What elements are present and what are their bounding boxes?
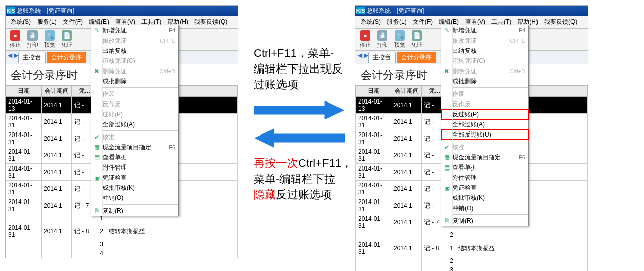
menu-separator xyxy=(102,87,178,88)
menu-item-label: 复制(R) xyxy=(452,217,525,225)
menu-item[interactable]: 附件管理 xyxy=(91,162,178,173)
menu-item-icon: ✎ xyxy=(91,27,102,34)
app-logo-icon: KIS xyxy=(7,7,15,14)
table-row[interactable]: 2014-01-312014.1记 - 82结转本期损益 xyxy=(6,223,238,240)
table-row[interactable]: 2 xyxy=(356,256,588,265)
menu-file[interactable]: 文件(F) xyxy=(60,17,86,27)
tab-main[interactable]: 主控台 xyxy=(18,52,46,63)
menu-item-icon: ▤ xyxy=(441,164,452,171)
toolbar-preview[interactable]: 🔍预览 xyxy=(391,30,408,49)
toolbar-stop[interactable]: ●停止 xyxy=(356,30,374,49)
menu-service[interactable]: 服务(L) xyxy=(384,17,410,27)
th-period[interactable]: 会计期间 xyxy=(391,86,422,97)
menu-system[interactable]: 系统(S) xyxy=(8,17,34,27)
menu-item[interactable]: 冲销(O) xyxy=(91,193,178,203)
menu-item-shortcut: Ctrl+E xyxy=(160,38,175,44)
table-row[interactable]: 2 xyxy=(356,230,588,240)
toolbar-print[interactable]: 🖶打印 xyxy=(24,30,41,49)
menu-system[interactable]: 系统(S) xyxy=(357,17,384,27)
menu-item[interactable]: 冲销(O) xyxy=(441,203,528,213)
menu-item[interactable]: 全部反过账(U) xyxy=(441,129,528,140)
menu-item-label: 查看单据 xyxy=(452,163,525,172)
table-row[interactable]: 2014-01-312014.1记 - 81结转本期损益 xyxy=(356,240,588,257)
menu-item[interactable]: ✎新增凭证F4 xyxy=(441,25,528,36)
menu-item-label: 全部反过账(U) xyxy=(452,130,525,139)
menu-item[interactable]: 成批删除 xyxy=(91,76,178,86)
menu-item[interactable]: ▤查看单据 xyxy=(91,152,178,162)
tab-accounting[interactable]: 会计分录序 xyxy=(397,52,436,63)
menu-item: 反作废 xyxy=(91,99,178,109)
menu-item[interactable]: 成批审核(K) xyxy=(91,183,178,193)
menu-item-label: 出纳复核 xyxy=(452,47,525,55)
edit-menu-dropdown[interactable]: ✎新增凭证F4修改凭证Ctrl+E出纳复核审核凭证(C)✖删除凭证Ctrl+D成… xyxy=(91,25,179,216)
th-period[interactable]: 会计期间 xyxy=(42,86,72,97)
menu-item-icon: ▦ xyxy=(91,144,102,151)
table-row[interactable]: 3 xyxy=(356,265,588,271)
menu-item[interactable]: 全部过账(A) xyxy=(91,119,178,129)
menu-item[interactable]: ▣凭证检查 xyxy=(91,173,178,183)
th-date[interactable]: 日期 xyxy=(6,86,42,97)
menu-item-icon: ▣ xyxy=(91,174,102,181)
menu-item-icon: ▦ xyxy=(441,154,452,161)
menu-item[interactable]: ⎘复制(R) xyxy=(441,216,528,226)
menu-item[interactable]: 成批删除 xyxy=(441,76,528,86)
menu-item[interactable]: 出纳复核 xyxy=(441,46,528,56)
menu-item-icon: ⎘ xyxy=(441,217,452,224)
toolbar-preview[interactable]: 🔍预览 xyxy=(41,30,58,49)
menu-item[interactable]: ✎新增凭证F4 xyxy=(91,25,178,36)
menu-item-icon: ✎ xyxy=(441,27,452,34)
menu-item-label: 核准 xyxy=(452,143,525,152)
table-row[interactable]: 4 xyxy=(6,249,238,258)
menu-item[interactable]: ⎘复制(R) xyxy=(91,206,178,216)
app-window-right: KIS 总账系统 - [凭证查询] 系统(S) 服务(L) 文件(F) 编辑(E… xyxy=(355,5,588,271)
menu-item[interactable]: ▣凭证检查 xyxy=(441,183,528,193)
menu-item-label: 删除凭证 xyxy=(452,67,510,76)
menu-item-label: 复制(R) xyxy=(102,207,175,215)
tab-main[interactable]: 主控台 xyxy=(368,52,396,63)
menu-file[interactable]: 文件(F) xyxy=(410,17,436,27)
menu-item-label: 现金流量项目指定 xyxy=(102,143,169,152)
tab-accounting[interactable]: 会计分录序 xyxy=(47,52,86,63)
menu-item-icon: ▣ xyxy=(441,184,452,191)
menu-item-label: 作废 xyxy=(452,90,525,98)
menu-item: ✔核准 xyxy=(91,132,178,142)
menu-item[interactable]: ▦现金流量项目指定F6 xyxy=(91,142,178,152)
toolbar-voucher[interactable]: 📄凭证 xyxy=(408,30,425,49)
menu-item[interactable]: 反过账(P) xyxy=(441,109,528,119)
menu-item[interactable]: 成批审核(K) xyxy=(441,193,528,203)
menu-item-label: 审核凭证(C) xyxy=(452,57,525,65)
menu-item-label: 成批删除 xyxy=(102,77,175,86)
menu-item-label: 删除凭证 xyxy=(102,67,160,76)
table-row[interactable]: 3 xyxy=(6,240,238,249)
menu-item[interactable]: 全部过账(A) xyxy=(441,119,528,129)
toolbar-print[interactable]: 🖶打印 xyxy=(374,30,391,49)
menu-feedback[interactable]: 我要反馈(Q) xyxy=(541,17,580,27)
menu-item: 作废 xyxy=(441,89,528,99)
menu-item-icon: ▤ xyxy=(91,154,102,161)
menu-item[interactable]: ▤查看单据 xyxy=(441,162,528,173)
menu-item-icon: ✖ xyxy=(441,67,452,75)
menu-item-shortcut: F6 xyxy=(519,154,525,160)
toolbar-stop[interactable]: ●停止 xyxy=(7,30,24,49)
menu-item[interactable]: 附件管理 xyxy=(441,173,528,183)
menu-service[interactable]: 服务(L) xyxy=(34,17,60,27)
menu-item-label: 反作废 xyxy=(452,100,525,109)
menu-item-icon: ✔ xyxy=(91,133,102,141)
menu-item-label: 查看单据 xyxy=(102,153,175,162)
menu-item[interactable]: ▦现金流量项目指定F6 xyxy=(441,152,528,162)
menu-separator xyxy=(452,87,528,88)
menu-item: 审核凭证(C) xyxy=(91,56,178,66)
svg-marker-1 xyxy=(255,129,345,147)
menu-item: ✖删除凭证Ctrl+D xyxy=(441,66,528,76)
th-date[interactable]: 日期 xyxy=(356,86,391,97)
menu-item: ✔核准 xyxy=(441,142,528,152)
menu-feedback[interactable]: 我要反馈(Q) xyxy=(191,17,230,27)
edit-menu-dropdown[interactable]: ✎新增凭证F4修改凭证Ctrl+E出纳复核审核凭证(C)✖删除凭证Ctrl+D成… xyxy=(441,25,529,226)
menu-item-label: 过账(P) xyxy=(102,110,175,119)
menu-item-icon: ✔ xyxy=(441,144,452,151)
menu-item: 审核凭证(C) xyxy=(441,56,528,66)
menu-item[interactable]: 出纳复核 xyxy=(91,46,178,56)
menu-item: ✖删除凭证Ctrl+D xyxy=(91,66,178,76)
toolbar-voucher[interactable]: 📄凭证 xyxy=(58,30,76,49)
menu-item-label: 成批审核(K) xyxy=(102,184,175,192)
